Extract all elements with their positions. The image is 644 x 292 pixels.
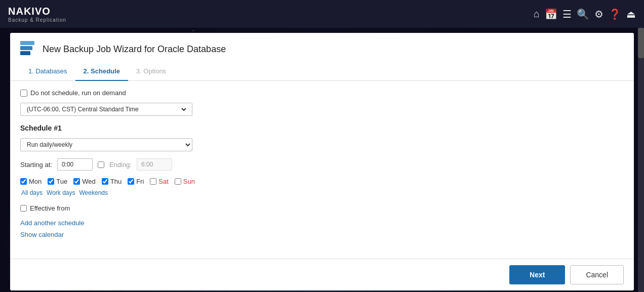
schedule-title: Schedule #1 [20,124,624,132]
schedule-type-select: Run daily/weeklyRun monthlyRun onceRun p… [20,138,624,151]
logo-name: NAKIVO [8,6,66,17]
day-fri-label: Fri [136,178,144,185]
day-sat-checkbox[interactable] [150,178,156,185]
work-days-link[interactable]: Work days [47,189,75,196]
dialog-header: New Backup Job Wizard for Oracle Databas… [10,33,634,63]
dialog-icon [20,41,36,57]
timezone-select: (UTC-06:00, CST) Central Standard Time [20,103,624,116]
search-icon[interactable]: 🔍 [577,8,589,20]
show-calendar-link[interactable]: Show calendar [20,231,624,238]
dialog-footer: Next Cancel [10,259,634,290]
day-tue: Tue [48,178,67,185]
add-schedule-link[interactable]: Add another schedule [20,219,624,227]
day-tue-checkbox[interactable] [48,178,54,185]
day-sun-checkbox[interactable] [175,178,181,185]
day-mon-label: Mon [29,178,42,185]
day-fri: Fri [128,178,144,185]
timezone-select-box[interactable]: (UTC-06:00, CST) Central Standard Time [20,103,192,116]
ending-input[interactable] [137,158,172,171]
exit-icon[interactable]: ⏏ [626,8,636,20]
no-schedule-checkbox[interactable] [20,90,27,97]
list-icon[interactable]: ☰ [562,8,572,20]
ending-label: Ending: [109,161,132,169]
scrollbar-thumb[interactable] [638,28,644,58]
effective-row: Effective from [20,204,624,212]
next-button[interactable]: Next [509,265,565,284]
effective-from-checkbox[interactable] [20,205,27,212]
topbar-icons: ⌂ 📅 ☰ 🔍 ⚙ ❓ ⏏ [534,8,636,20]
day-tue-label: Tue [56,178,67,185]
weekends-link[interactable]: Weekends [79,189,108,196]
dialog-body: Do not schedule, run on demand (UTC-06:0… [10,81,634,251]
day-thu-checkbox[interactable] [102,178,108,185]
dialog: New Backup Job Wizard for Oracle Databas… [10,33,634,290]
no-schedule-label: Do not schedule, run on demand [30,89,126,97]
calendar-icon[interactable]: 📅 [545,8,557,20]
effective-from-label: Effective from [30,204,70,212]
day-wed-checkbox[interactable] [73,178,80,185]
scrollbar[interactable] [638,28,644,292]
settings-icon[interactable]: ⚙ [594,8,603,20]
day-sun-label: Sun [183,178,195,185]
all-days-link[interactable]: All days [21,189,43,196]
home-icon[interactable]: ⌂ [534,8,540,20]
day-thu: Thu [102,178,122,185]
logo: NAKIVO Backup & Replication [8,6,66,23]
tab-schedule[interactable]: 2. Schedule [75,63,128,81]
day-sat: Sat [150,178,169,185]
starting-at-label: Starting at: [20,161,52,169]
schedule-type-dropdown[interactable]: Run daily/weeklyRun monthlyRun onceRun p… [20,138,192,151]
timezone-dropdown[interactable]: (UTC-06:00, CST) Central Standard Time [25,105,188,113]
day-wed-label: Wed [82,178,96,185]
topbar: NAKIVO Backup & Replication ⌂ 📅 ☰ 🔍 ⚙ ❓ … [0,0,644,28]
tab-options: 3. Options [128,63,174,81]
day-mon: Mon [20,178,42,185]
day-wed: Wed [73,178,96,185]
quick-select-row: All days Work days Weekends [20,189,624,196]
day-mon-checkbox[interactable] [20,178,27,185]
logo-sub: Backup & Replication [8,17,66,23]
ending-checkbox[interactable] [98,161,104,168]
no-schedule-row: Do not schedule, run on demand [20,89,624,97]
time-row: Starting at: Ending: [20,158,624,171]
day-sat-label: Sat [158,178,169,185]
starting-at-input[interactable] [57,158,93,171]
tabs: 1. Databases 2. Schedule 3. Options [10,63,634,81]
day-sun: Sun [175,178,195,185]
dialog-title: New Backup Job Wizard for Oracle Databas… [43,44,226,55]
help-icon[interactable]: ❓ [609,8,621,20]
day-fri-checkbox[interactable] [128,178,134,185]
day-thu-label: Thu [110,178,122,185]
cancel-button[interactable]: Cancel [570,265,624,284]
tab-databases[interactable]: 1. Databases [20,63,75,81]
days-row: Mon Tue Wed Thu Fri Sat [20,178,624,185]
